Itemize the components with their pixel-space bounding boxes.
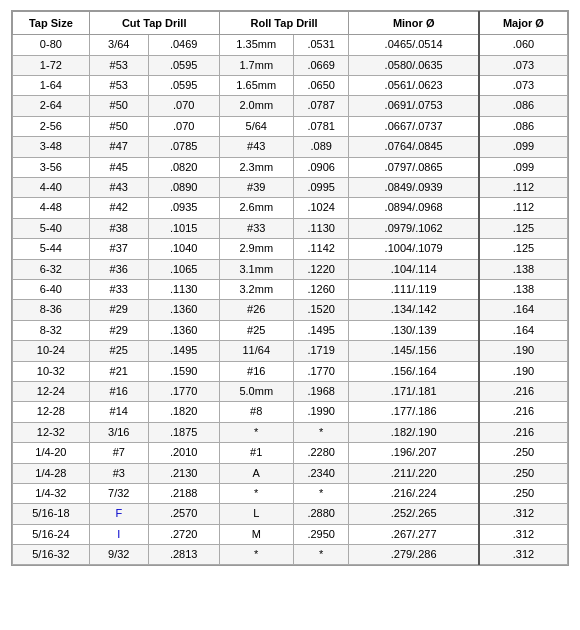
table-cell: 1/4-28 (13, 463, 90, 483)
table-cell: .0580/.0635 (349, 55, 479, 75)
table-cell: .0650 (293, 76, 349, 96)
table-cell: .1065 (148, 259, 219, 279)
table-cell: .073 (479, 55, 568, 75)
table-cell: 8-36 (13, 300, 90, 320)
table-cell: #43 (219, 137, 293, 157)
table-cell: .073 (479, 76, 568, 96)
table-cell: .0764/.0845 (349, 137, 479, 157)
table-cell: .125 (479, 218, 568, 238)
table-cell: .0979/.1062 (349, 218, 479, 238)
table-cell: #39 (219, 178, 293, 198)
table-row: 2-56#50.0705/64.0781.0667/.0737.086 (13, 116, 568, 136)
table-cell: #26 (219, 300, 293, 320)
table-cell: 10-24 (13, 341, 90, 361)
table-row: 10-32#21.1590#16.1770.156/.164.190 (13, 361, 568, 381)
table-cell: 2-56 (13, 116, 90, 136)
table-cell: M (219, 524, 293, 544)
table-cell: .1040 (148, 239, 219, 259)
table-cell: .2880 (293, 504, 349, 524)
table-cell: 2.6mm (219, 198, 293, 218)
table-cell: 6-40 (13, 279, 90, 299)
table-row: 5/16-18F.2570L.2880.252/.265.312 (13, 504, 568, 524)
table-row: 12-24#16.17705.0mm.1968.171/.181.216 (13, 381, 568, 401)
table-cell: .1495 (148, 341, 219, 361)
table-cell: #33 (219, 218, 293, 238)
table-cell: .0781 (293, 116, 349, 136)
table-cell: .112 (479, 178, 568, 198)
table-cell: .111/.119 (349, 279, 479, 299)
table-cell: #1 (219, 443, 293, 463)
table-row: 5-40#38.1015#33.1130.0979/.1062.125 (13, 218, 568, 238)
table-row: 5-44#37.10402.9mm.1142.1004/.1079.125 (13, 239, 568, 259)
table-cell: #16 (89, 381, 148, 401)
table-row: 1/4-20#7.2010#1.2280.196/.207.250 (13, 443, 568, 463)
table-cell: .250 (479, 443, 568, 463)
table-cell: A (219, 463, 293, 483)
table-cell: .0785 (148, 137, 219, 157)
table-cell: 1/4-20 (13, 443, 90, 463)
table-cell: .312 (479, 504, 568, 524)
table-cell: 12-32 (13, 422, 90, 442)
table-cell: .0787 (293, 96, 349, 116)
table-row: 1-64#53.05951.65mm.0650.0561/.0623.073 (13, 76, 568, 96)
table-cell: L (219, 504, 293, 524)
table-cell: .134/.142 (349, 300, 479, 320)
table-row: 1-72#53.05951.7mm.0669.0580/.0635.073 (13, 55, 568, 75)
table-cell: .0849/.0939 (349, 178, 479, 198)
table-cell: 3.2mm (219, 279, 293, 299)
table-cell: 4-48 (13, 198, 90, 218)
table-cell: .1520 (293, 300, 349, 320)
table-cell: .070 (148, 116, 219, 136)
table-cell: .1130 (148, 279, 219, 299)
table-cell: 5-40 (13, 218, 90, 238)
table-row: 8-36#29.1360#26.1520.134/.142.164 (13, 300, 568, 320)
table-cell: .2340 (293, 463, 349, 483)
table-cell: .216 (479, 402, 568, 422)
table-cell: .216/.224 (349, 483, 479, 503)
table-row: 12-28#14.1820#8.1990.177/.186.216 (13, 402, 568, 422)
table-cell: .086 (479, 96, 568, 116)
table-cell: .145/.156 (349, 341, 479, 361)
table-cell: 1.35mm (219, 35, 293, 55)
table-cell: 2.0mm (219, 96, 293, 116)
table-cell: #45 (89, 157, 148, 177)
table-cell: .1875 (148, 422, 219, 442)
table-cell: #21 (89, 361, 148, 381)
table-cell: .1590 (148, 361, 219, 381)
table-cell: .171/.181 (349, 381, 479, 401)
table-cell: #37 (89, 239, 148, 259)
table-cell: .1024 (293, 198, 349, 218)
table-row: 8-32#29.1360#25.1495.130/.139.164 (13, 320, 568, 340)
table-cell: #29 (89, 320, 148, 340)
table-cell: 5/64 (219, 116, 293, 136)
table-cell: #42 (89, 198, 148, 218)
table-cell: .0669 (293, 55, 349, 75)
table-cell: .0561/.0623 (349, 76, 479, 96)
table-row: 4-48#42.09352.6mm.1024.0894/.0968.112 (13, 198, 568, 218)
table-cell: 1-64 (13, 76, 90, 96)
table-cell: * (219, 422, 293, 442)
table-cell: .099 (479, 137, 568, 157)
table-cell: #14 (89, 402, 148, 422)
table-cell: .216 (479, 422, 568, 442)
table-cell: .190 (479, 361, 568, 381)
table-row: 2-64#50.0702.0mm.0787.0691/.0753.086 (13, 96, 568, 116)
table-cell: .312 (479, 524, 568, 544)
table-row: 10-24#25.149511/64.1719.145/.156.190 (13, 341, 568, 361)
table-cell: .0595 (148, 55, 219, 75)
table-cell: .1130 (293, 218, 349, 238)
table-cell: .0667/.0737 (349, 116, 479, 136)
table-cell: .1360 (148, 320, 219, 340)
table-cell: .0894/.0968 (349, 198, 479, 218)
table-cell: #53 (89, 76, 148, 96)
table-cell: .130/.139 (349, 320, 479, 340)
table-cell: 5.0mm (219, 381, 293, 401)
table-cell: .1220 (293, 259, 349, 279)
table-row: 6-32#36.10653.1mm.1220.104/.114.138 (13, 259, 568, 279)
table-cell: * (293, 483, 349, 503)
table-cell: .1360 (148, 300, 219, 320)
table-row: 3-48#47.0785#43.089.0764/.0845.099 (13, 137, 568, 157)
table-cell: #25 (219, 320, 293, 340)
table-cell: #38 (89, 218, 148, 238)
table-cell: #16 (219, 361, 293, 381)
